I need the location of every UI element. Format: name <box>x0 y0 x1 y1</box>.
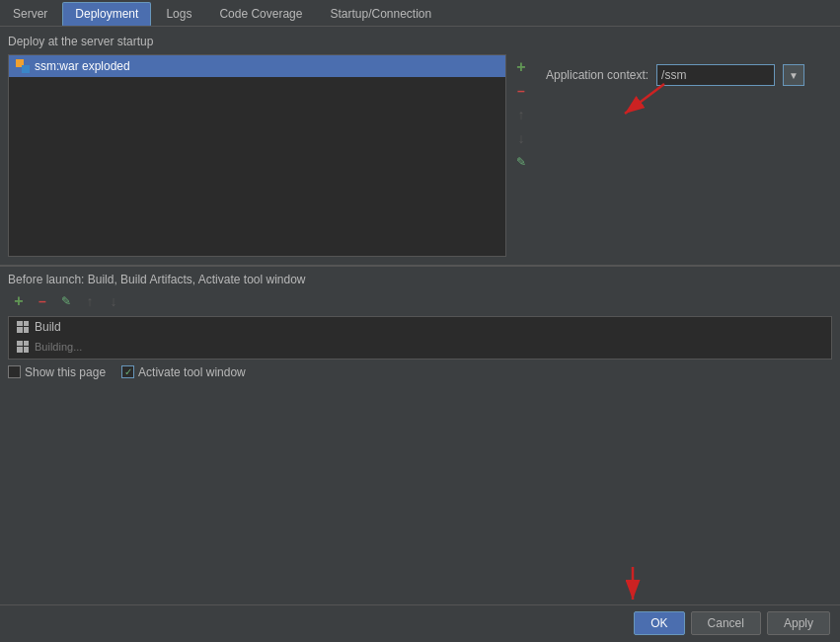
main-content: Deploy at the server startup ssm:war exp… <box>0 27 840 641</box>
activate-tool-checkbox-item[interactable]: ✓ Activate tool window <box>121 365 246 379</box>
context-input[interactable] <box>656 64 775 86</box>
before-launch-header: Before launch: Build, Build Artifacts, A… <box>8 273 832 286</box>
cancel-button[interactable]: Cancel <box>691 611 761 635</box>
context-dropdown-button[interactable]: ▼ <box>783 64 804 86</box>
ok-button[interactable]: OK <box>634 611 684 635</box>
deploy-label: Deploy at the server startup <box>8 35 832 48</box>
app-context-area: Application context: ▼ <box>536 54 832 257</box>
list-toolbar: + – ↑ ↓ ✎ <box>506 54 536 257</box>
tab-deployment[interactable]: Deployment <box>62 2 151 26</box>
building-launch-item[interactable]: Building... <box>9 337 831 357</box>
tab-logs[interactable]: Logs <box>153 2 204 26</box>
remove-artifact-button[interactable]: – <box>510 80 532 102</box>
activate-tool-checkbox[interactable]: ✓ <box>121 365 134 378</box>
dialog-container: Server Deployment Logs Code Coverage Sta… <box>0 0 840 642</box>
show-page-checkbox[interactable] <box>8 365 21 378</box>
activate-tool-label: Activate tool window <box>138 365 246 379</box>
apply-button[interactable]: Apply <box>767 611 830 635</box>
war-icon <box>15 58 31 74</box>
edit-launch-button[interactable]: ✎ <box>55 290 77 312</box>
launch-toolbar: + – ✎ ↑ ↓ <box>8 290 832 312</box>
edit-artifact-button[interactable]: ✎ <box>510 151 532 173</box>
tab-server[interactable]: Server <box>0 2 60 26</box>
context-row: Application context: ▼ <box>546 64 822 86</box>
artifact-label: ssm:war exploded <box>35 59 130 73</box>
before-launch-section: Before launch: Build, Build Artifacts, A… <box>0 266 840 383</box>
launch-list: Build Building... <box>8 316 832 360</box>
tab-bar: Server Deployment Logs Code Coverage Sta… <box>0 0 840 27</box>
artifact-list: ssm:war exploded <box>8 54 506 257</box>
artifact-item-ssm[interactable]: ssm:war exploded <box>9 55 505 77</box>
remove-launch-button[interactable]: – <box>32 290 53 312</box>
bottom-bar: OK Cancel Apply <box>0 604 840 641</box>
move-down-button[interactable]: ↓ <box>510 127 532 149</box>
add-artifact-button[interactable]: + <box>510 56 532 78</box>
checkboxes-row: Show this page ✓ Activate tool window <box>8 365 832 379</box>
launch-move-down-button[interactable]: ↓ <box>103 290 124 312</box>
deploy-section: Deploy at the server startup ssm:war exp… <box>0 27 840 265</box>
show-page-label: Show this page <box>25 365 106 379</box>
spacer <box>0 383 840 605</box>
context-label: Application context: <box>546 68 649 82</box>
build-launch-item[interactable]: Build <box>9 317 831 337</box>
deploy-area: ssm:war exploded + – ↑ ↓ ✎ Application c… <box>8 54 832 257</box>
building-icon <box>15 339 31 355</box>
build-label: Build <box>35 320 61 334</box>
move-up-button[interactable]: ↑ <box>510 104 532 125</box>
tab-startup-connection[interactable]: Startup/Connection <box>317 2 444 26</box>
launch-move-up-button[interactable]: ↑ <box>79 290 101 312</box>
show-page-checkbox-item[interactable]: Show this page <box>8 365 106 379</box>
building-label: Building... <box>35 341 82 353</box>
tab-code-coverage[interactable]: Code Coverage <box>206 2 315 26</box>
ok-arrow-annotation <box>608 562 657 611</box>
build-icon <box>15 319 31 335</box>
add-launch-button[interactable]: + <box>8 290 30 312</box>
